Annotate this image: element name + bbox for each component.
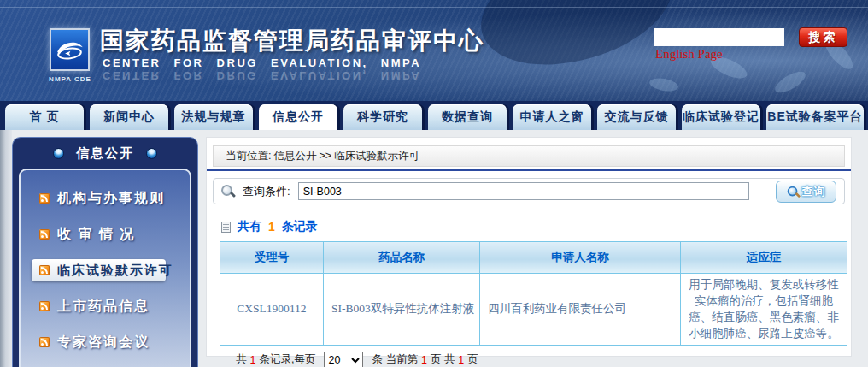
table-header-row: 受理号 药品名称 申请人名称 适应症 <box>220 242 847 274</box>
sidebar-item-label: 临床试验默示许可 <box>57 263 173 279</box>
rss-square-icon <box>39 229 50 240</box>
breadcrumb-prefix: 当前位置: <box>226 146 271 166</box>
sidebar-item-label: 机构与办事规则 <box>57 190 165 208</box>
breadcrumb: 当前位置: 信息公开 >> 临床试验默示许可 <box>213 145 845 167</box>
sidebar-item-label: 上市药品信息 <box>57 298 150 316</box>
pagination-current-page: 1 <box>421 354 427 366</box>
cell-applicant-name: 四川百利药业有限责任公司 <box>480 274 681 346</box>
cell-acceptance-number: CXSL1900112 <box>220 274 324 346</box>
magnifier-icon <box>221 185 235 198</box>
sidebar-item-label: 收 审 情 况 <box>57 226 135 244</box>
result-count-prefix: 共有 <box>238 219 261 234</box>
sidebar-title-label: 信息公开 <box>76 145 134 162</box>
left-gutter <box>0 130 12 367</box>
document-icon <box>221 222 231 233</box>
rss-square-icon <box>39 301 50 311</box>
pagination-text: 共 <box>236 352 247 367</box>
site-title-en-reflection: CENTER FOR DRUG EVALUATION, NMPA <box>103 69 421 82</box>
breadcrumb-separator: >> <box>319 146 331 166</box>
result-count-number: 1 <box>268 220 275 234</box>
query-input[interactable] <box>298 182 749 200</box>
blue-divider <box>207 169 851 171</box>
pagination-text: 条记录,每页 <box>259 352 315 367</box>
sphere-icon <box>146 148 157 159</box>
pagination-total-pages: 1 <box>458 354 464 366</box>
pagination-text: 页 <box>467 352 478 367</box>
nav-tab-feedback[interactable]: 交流与反馈 <box>597 104 676 130</box>
pagination-text: 页 共 <box>431 352 455 367</box>
site-header: NMPA CDE 国家药品监督管理局药品审评中心 CENTER FOR DRUG… <box>0 0 868 101</box>
nav-tab-applicant-window[interactable]: 申请人之窗 <box>513 104 591 130</box>
content-wrap: 当前位置: 信息公开 >> 临床试验默示许可 查询条件: 查询 <box>198 130 868 367</box>
results-table: 受理号 药品名称 申请人名称 适应症 CXSL1900112 SI-B003双特… <box>220 241 847 346</box>
sidebar-item-expert-advisory-meeting[interactable]: 专家咨询会议 <box>21 324 190 360</box>
rss-square-icon <box>39 265 50 275</box>
site-title-en: CENTER FOR DRUG EVALUATION, NMPA <box>103 56 421 69</box>
sidebar-item-label: 专家咨询会议 <box>57 334 150 352</box>
english-page-link[interactable]: English Page <box>655 47 723 62</box>
query-label: 查询条件: <box>243 184 290 199</box>
site-title-cn: 国家药品监督管理局药品审评中心 <box>100 25 484 57</box>
logo-caption: NMPA CDE <box>39 75 101 83</box>
page: NMPA CDE 国家药品监督管理局药品审评中心 CENTER FOR DRUG… <box>0 0 868 367</box>
site-search-button[interactable]: 搜索 <box>799 27 847 47</box>
main-nav: 首 页 新闻中心 法规与规章 信息公开 科学研究 数据查询 申请人之窗 交流与反… <box>0 101 868 130</box>
breadcrumb-section-link[interactable]: 信息公开 <box>273 146 316 166</box>
site-search-input[interactable] <box>654 28 784 46</box>
query-bar: 查询条件: 查询 <box>213 178 845 204</box>
sphere-icon <box>53 148 64 159</box>
result-count-line: 共有 1 条记录 <box>221 219 851 234</box>
column-header-acceptance-number: 受理号 <box>220 242 324 274</box>
result-count-suffix: 条记录 <box>282 219 318 234</box>
rss-square-icon <box>39 193 50 204</box>
nav-tab-data-query[interactable]: 数据查询 <box>428 104 507 130</box>
header-top-line <box>0 7 868 8</box>
nav-tab-regulations[interactable]: 法规与规章 <box>174 104 253 130</box>
nav-tab-science[interactable]: 科学研究 <box>343 104 422 130</box>
sidebar: 信息公开 机构与办事规则 收 审 情 况 临床试验默示许可 <box>12 137 198 367</box>
magnifier-icon <box>787 186 798 197</box>
nav-tab-information-disclosure[interactable]: 信息公开 <box>259 104 337 130</box>
column-header-applicant-name: 申请人名称 <box>480 242 681 274</box>
sidebar-item-clinical-trial-implied-license[interactable]: 临床试验默示许可 <box>32 259 166 281</box>
page-body: 信息公开 机构与办事规则 收 审 情 况 临床试验默示许可 <box>0 130 868 367</box>
query-button[interactable]: 查询 <box>776 181 836 203</box>
sidebar-panel: 机构与办事规则 收 审 情 况 临床试验默示许可 上市药品信息 专家咨询会议 <box>19 169 191 367</box>
query-button-label: 查询 <box>802 184 826 199</box>
cell-drug-name: SI-B003双特异性抗体注射液 <box>324 274 480 346</box>
nav-tab-home[interactable]: 首 页 <box>5 104 84 130</box>
rss-square-icon <box>39 337 50 347</box>
content-panel: 当前位置: 信息公开 >> 临床试验默示许可 查询条件: 查询 <box>206 137 852 357</box>
sidebar-item-rules[interactable]: 机构与办事规则 <box>21 181 190 216</box>
sidebar-item-acceptance-review[interactable]: 收 审 情 况 <box>21 216 190 252</box>
nav-tab-be-trial-platform[interactable]: BE试验备案平台 <box>766 104 864 130</box>
table-row[interactable]: CXSL1900112 SI-B003双特异性抗体注射液 四川百利药业有限责任公… <box>220 274 847 346</box>
nav-tab-clinical-trial-registry[interactable]: 临床试验登记 <box>682 104 760 130</box>
sidebar-item-marketed-drug-info[interactable]: 上市药品信息 <box>21 288 190 324</box>
column-header-drug-name: 药品名称 <box>324 242 480 274</box>
cde-logo-icon[interactable] <box>50 28 90 71</box>
page-size-select[interactable]: 20 <box>324 352 363 367</box>
pagination-text: 条 当前第 <box>372 352 417 367</box>
nav-tab-news[interactable]: 新闻中心 <box>90 104 168 130</box>
column-header-indication: 适应症 <box>681 242 847 274</box>
pagination-total-records: 1 <box>250 354 256 366</box>
pagination: 共 1 条记录,每页 20 条 当前第 1 页 共 1 页 <box>236 351 851 367</box>
breadcrumb-page-link[interactable]: 临床试验默示许可 <box>334 146 419 166</box>
sidebar-header: 信息公开 <box>13 138 197 169</box>
cell-indication: 用于局部晚期、复发或转移性实体瘤的治疗，包括肾细胞癌、结直肠癌、黑色素瘤、非小细… <box>681 274 847 346</box>
